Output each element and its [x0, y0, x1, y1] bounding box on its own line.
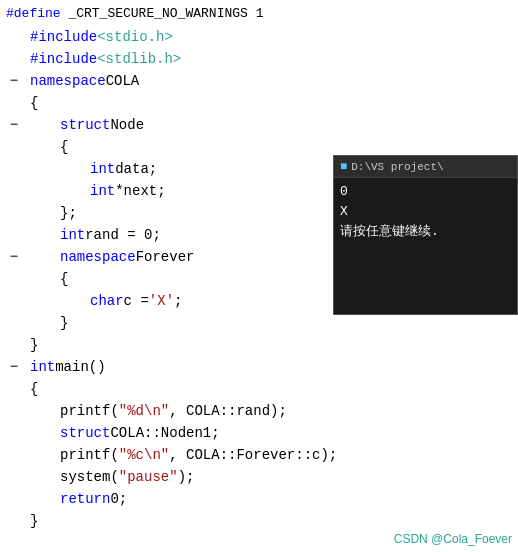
code-editor: #define _CRT_SECURE_NO_WARNINGS 1 #inclu… — [0, 0, 518, 552]
fold-gutter-14 — [4, 312, 24, 334]
token: c = — [124, 290, 149, 312]
code-line-2: #include<stdlib.h> — [0, 48, 518, 70]
token: *next; — [115, 180, 165, 202]
code-line-15: } — [0, 334, 518, 356]
token: }; — [60, 202, 77, 224]
token: Node — [110, 114, 144, 136]
token: { — [60, 136, 68, 158]
token: struct — [60, 114, 110, 136]
token: rand — [236, 400, 270, 422]
token: { — [60, 268, 68, 290]
fold-gutter-20 — [4, 444, 24, 466]
top-cutoff-line: #define _CRT_SECURE_NO_WARNINGS 1 — [0, 4, 518, 24]
fold-gutter-18 — [4, 400, 24, 422]
token: printf( — [60, 400, 119, 422]
token: 0; — [110, 488, 127, 510]
token: main() — [55, 356, 105, 378]
token: c — [312, 444, 320, 466]
fold-gutter-7 — [4, 158, 24, 180]
fold-gutter-5[interactable]: − — [4, 114, 24, 136]
token: <stdio.h> — [97, 26, 173, 48]
code-line-14: } — [0, 312, 518, 334]
watermark: CSDN @Cola_Foever — [394, 532, 512, 546]
token: } — [60, 312, 68, 334]
terminal-title: D:\VS project\ — [351, 161, 443, 173]
terminal-window[interactable]: ■ D:\VS project\ 0 X 请按任意键继续. — [333, 155, 518, 315]
token: ; — [174, 290, 182, 312]
token: <stdlib.h> — [97, 48, 181, 70]
fold-gutter-3[interactable]: − — [4, 70, 24, 92]
token: 'X' — [149, 290, 174, 312]
token: int — [90, 158, 115, 180]
terminal-output-0: 0 — [340, 182, 511, 202]
token: COLA — [106, 70, 140, 92]
code-line-20: printf("%c\n", COLA::Forever::c); — [0, 444, 518, 466]
code-line-16: −int main() — [0, 356, 518, 378]
token: int — [30, 356, 55, 378]
fold-gutter-1 — [4, 26, 24, 48]
token: printf( — [60, 444, 119, 466]
token: data; — [115, 158, 157, 180]
terminal-icon: ■ — [340, 160, 347, 174]
token: ); — [178, 466, 195, 488]
code-line-21: system("pause"); — [0, 466, 518, 488]
token: , COLA::Forever:: — [169, 444, 312, 466]
code-line-23: } — [0, 510, 518, 532]
terminal-output-1: X — [340, 202, 511, 222]
token: #include — [30, 48, 97, 70]
fold-gutter-23 — [4, 510, 24, 532]
fold-gutter-17 — [4, 378, 24, 400]
code-line-19: struct COLA::Node n1; — [0, 422, 518, 444]
token: , COLA:: — [169, 400, 236, 422]
token: "%c\n" — [119, 444, 169, 466]
token: { — [30, 92, 38, 114]
code-line-22: return 0; — [0, 488, 518, 510]
token: return — [60, 488, 110, 510]
fold-gutter-6 — [4, 136, 24, 158]
code-line-4: { — [0, 92, 518, 114]
token: Forever — [136, 246, 195, 268]
fold-gutter-21 — [4, 466, 24, 488]
fold-gutter-2 — [4, 48, 24, 70]
token: "pause" — [119, 466, 178, 488]
fold-gutter-12 — [4, 268, 24, 290]
fold-gutter-11[interactable]: − — [4, 246, 24, 268]
fold-gutter-9 — [4, 202, 24, 224]
token: rand = 0; — [85, 224, 161, 246]
token: namespace — [30, 70, 106, 92]
token: } — [30, 510, 38, 532]
fold-gutter-16[interactable]: − — [4, 356, 24, 378]
token: namespace — [60, 246, 136, 268]
token: ); — [320, 444, 337, 466]
fold-gutter-22 — [4, 488, 24, 510]
terminal-body: 0 X 请按任意键继续. — [334, 178, 517, 246]
code-line-17: { — [0, 378, 518, 400]
code-line-3: −namespace COLA — [0, 70, 518, 92]
token: int — [90, 180, 115, 202]
fold-gutter-10 — [4, 224, 24, 246]
fold-gutter-8 — [4, 180, 24, 202]
token: Node — [161, 422, 195, 444]
token: char — [90, 290, 124, 312]
token: } — [30, 334, 38, 356]
token: system( — [60, 466, 119, 488]
terminal-output-2: 请按任意键继续. — [340, 222, 511, 242]
token: n1; — [194, 422, 219, 444]
token: int — [60, 224, 85, 246]
fold-gutter-13 — [4, 290, 24, 312]
token: { — [30, 378, 38, 400]
token: COLA:: — [110, 422, 160, 444]
fold-gutter-15 — [4, 334, 24, 356]
code-line-1: #include<stdio.h> — [0, 26, 518, 48]
terminal-titlebar: ■ D:\VS project\ — [334, 156, 517, 178]
token: "%d\n" — [119, 400, 169, 422]
token: ); — [270, 400, 287, 422]
fold-gutter-19 — [4, 422, 24, 444]
code-line-5: −struct Node — [0, 114, 518, 136]
token: #include — [30, 26, 97, 48]
token: struct — [60, 422, 110, 444]
fold-gutter-4 — [4, 92, 24, 114]
code-line-18: printf("%d\n", COLA::rand); — [0, 400, 518, 422]
